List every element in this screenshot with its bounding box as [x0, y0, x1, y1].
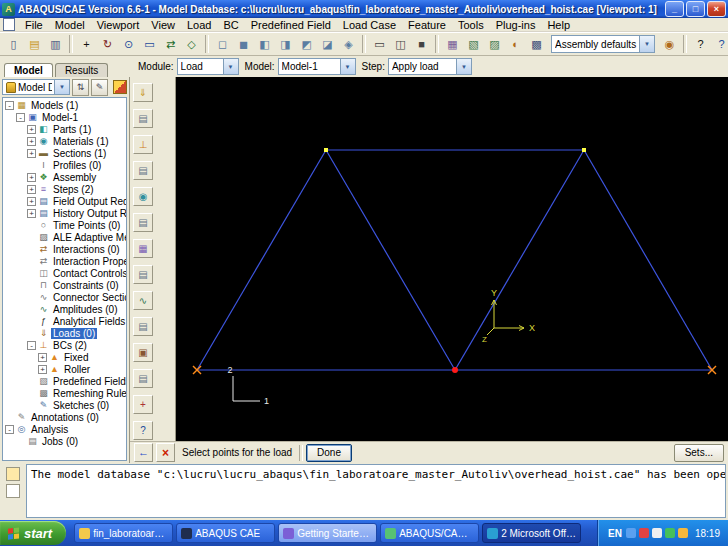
minus-expander-icon[interactable]: -	[16, 113, 25, 122]
child-window-icon[interactable]	[3, 18, 15, 31]
create-predefined-field-button[interactable]: ◉	[133, 187, 153, 206]
load-manager-button[interactable]: ▤	[133, 109, 153, 128]
tree-item-models-1[interactable]: -▦Models (1)	[3, 99, 126, 111]
create-bc-button[interactable]: ⊥	[133, 135, 153, 154]
tree-item-analytical-fields-0[interactable]: ƒAnalytical Fields (0)	[3, 315, 126, 327]
tray-volume-icon[interactable]	[652, 528, 662, 538]
taskbar-button-fin-laboratoare[interactable]: fin_laboratoare_...	[74, 523, 173, 543]
tree-item-connector-section[interactable]: ∿Connector Section	[3, 291, 126, 303]
vertex-marker[interactable]	[582, 148, 586, 152]
tab-model[interactable]: Model	[4, 63, 53, 77]
close-button[interactable]: ×	[707, 1, 726, 17]
tree-database-combo[interactable]: Model Database ▼	[2, 79, 70, 95]
chevron-down-icon[interactable]: ▼	[456, 59, 471, 74]
magnify-view-button[interactable]: ⊙	[118, 34, 139, 55]
tree-item-materials-1[interactable]: +◉Materials (1)	[3, 135, 126, 147]
tree-item-time-points-0[interactable]: ○Time Points (0)	[3, 219, 126, 231]
minimize-button[interactable]: _	[665, 1, 684, 17]
tree-item-steps-2[interactable]: +≡Steps (2)	[3, 183, 126, 195]
cancel-procedure-button[interactable]: ×	[156, 443, 175, 462]
tray-display-icon[interactable]	[626, 528, 636, 538]
plus-expander-icon[interactable]: +	[27, 149, 36, 158]
context-help-button[interactable]: ?	[711, 34, 728, 55]
minus-expander-icon[interactable]: -	[27, 341, 36, 350]
language-indicator[interactable]: EN	[608, 528, 622, 539]
display-group-manager-button[interactable]: ▨	[484, 34, 505, 55]
cycle-views-button[interactable]: ⇄	[160, 34, 181, 55]
menu-item-viewport[interactable]: Viewport	[91, 18, 146, 32]
plus-expander-icon[interactable]: +	[27, 125, 36, 134]
module-combo[interactable]: Load ▼	[177, 58, 239, 75]
menu-item-view[interactable]: View	[145, 18, 181, 32]
tree-item-analysis[interactable]: -◎Analysis	[3, 423, 126, 435]
hidden-line-render-button[interactable]: ◫	[390, 34, 411, 55]
tree-item-predefined-fields[interactable]: ▧Predefined Fields (	[3, 375, 126, 387]
start-button[interactable]: start	[0, 521, 66, 545]
minus-expander-icon[interactable]: -	[5, 425, 14, 434]
tree-item-jobs-0[interactable]: ▤Jobs (0)	[3, 435, 126, 447]
done-button[interactable]: Done	[306, 444, 352, 462]
menu-item-feature[interactable]: Feature	[402, 18, 452, 32]
bc-manager-button[interactable]: ▤	[133, 161, 153, 180]
tree-legend-icon[interactable]	[113, 80, 127, 94]
tree-item-history-output-re[interactable]: +▤History Output Re	[3, 207, 126, 219]
set-manager-button[interactable]: ▤	[133, 369, 153, 388]
apply-color-code-button[interactable]: ◉	[659, 34, 680, 55]
tree-item-constraints-0[interactable]: ⊓Constraints (0)	[3, 279, 126, 291]
taskbar-button-abaqus-cae-ver[interactable]: ABAQUS/CAE Ver...	[380, 523, 479, 543]
visible-objects-button[interactable]: ▩	[526, 34, 547, 55]
chevron-down-icon[interactable]: ▼	[340, 59, 355, 74]
query-information-button[interactable]: ?	[133, 421, 153, 440]
cli-tab-icon[interactable]	[6, 484, 20, 498]
tree-item-fixed[interactable]: +▲Fixed	[3, 351, 126, 363]
menu-item-file[interactable]: File	[19, 18, 49, 32]
create-amplitude-button[interactable]: ∿	[133, 291, 153, 310]
plus-expander-icon[interactable]: +	[38, 365, 47, 374]
plus-expander-icon[interactable]: +	[27, 197, 36, 206]
color-code-mode-combo[interactable]: Assembly defaults▼	[551, 35, 655, 53]
taskbar-button-2-microsoft-offi[interactable]: 2 Microsoft Offi...	[482, 523, 581, 543]
menu-item-tools[interactable]: Tools	[452, 18, 490, 32]
menu-item-help[interactable]: Help	[541, 18, 576, 32]
view-cut-button[interactable]: ▦	[442, 34, 463, 55]
chevron-down-icon[interactable]: ▼	[639, 36, 654, 52]
viewport-canvas[interactable]: XYZ21	[176, 77, 728, 441]
message-log[interactable]: The model database "c:\lucru\lucru_abaqu…	[26, 464, 726, 518]
menu-item-load[interactable]: Load	[181, 18, 217, 32]
new-model-database-button[interactable]: ▯	[3, 34, 24, 55]
tree-item-sketches-0[interactable]: ✎Sketches (0)	[3, 399, 126, 411]
menu-item-model[interactable]: Model	[49, 18, 91, 32]
vertex-marker[interactable]	[324, 148, 328, 152]
tree-item-model-1[interactable]: -▣Model-1	[3, 111, 126, 123]
tree-item-loads-0[interactable]: ⇓Loads (0)	[3, 327, 126, 339]
maximize-button[interactable]: □	[686, 1, 705, 17]
model-combo[interactable]: Model-1 ▼	[278, 58, 356, 75]
taskbar-button-abaqus-cae[interactable]: ABAQUS CAE	[176, 523, 275, 543]
tree-item-assembly[interactable]: +❖Assembly	[3, 171, 126, 183]
viewport-1[interactable]: XYZ21	[176, 77, 728, 441]
print-button[interactable]: ▥	[45, 34, 66, 55]
front-view-button[interactable]: ◻	[212, 34, 233, 55]
left-view-button[interactable]: ◩	[296, 34, 317, 55]
tree-item-parts-1[interactable]: +◧Parts (1)	[3, 123, 126, 135]
tree-filter-button[interactable]: ⇅	[72, 79, 89, 96]
plus-expander-icon[interactable]: +	[27, 137, 36, 146]
top-view-button[interactable]: ◧	[254, 34, 275, 55]
menu-item-bc[interactable]: BC	[217, 18, 244, 32]
previous-prompt-button[interactable]: ←	[134, 443, 153, 462]
tab-results[interactable]: Results	[55, 63, 108, 77]
bottom-view-button[interactable]: ◨	[275, 34, 296, 55]
selected-point-marker[interactable]	[452, 367, 458, 373]
tree-edit-button[interactable]: ✎	[91, 79, 108, 96]
menu-item-load-case[interactable]: Load Case	[337, 18, 402, 32]
create-load-case-button[interactable]: ▦	[133, 239, 153, 258]
menu-item-plug-ins[interactable]: Plug-ins	[490, 18, 542, 32]
create-load-button[interactable]: ⇓	[133, 83, 153, 102]
tree-item-annotations-0[interactable]: ✎Annotations (0)	[3, 411, 126, 423]
load-case-manager-button[interactable]: ▤	[133, 265, 153, 284]
help-button[interactable]: ?	[690, 34, 711, 55]
plus-expander-icon[interactable]: +	[27, 185, 36, 194]
step-combo[interactable]: Apply load ▼	[388, 58, 472, 75]
tree-item-bcs-2[interactable]: -⊥BCs (2)	[3, 339, 126, 351]
predefined-field-manager-button[interactable]: ▤	[133, 213, 153, 232]
